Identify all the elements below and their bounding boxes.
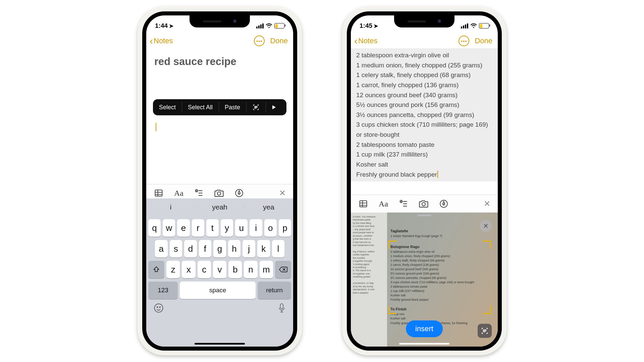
key-b[interactable]: b	[228, 261, 242, 278]
scanned-line: 3 cups chicken stock (710 milliliters; p…	[390, 280, 490, 285]
ingredient-line: 1 cup milk (237 milliliters)	[356, 149, 492, 160]
cellular-signal-icon	[256, 23, 264, 28]
tagliatelle-subtext: 1 recipe Standard Egg Dough (page 7)	[390, 234, 490, 238]
svg-rect-7	[280, 304, 283, 309]
suggestion-3[interactable]: yea	[244, 203, 293, 211]
dismiss-toolbar-icon[interactable]: ✕	[484, 199, 490, 208]
to-finish-heading: To Finish	[390, 307, 490, 312]
scanned-line: ½ cup uns	[390, 312, 490, 316]
key-m[interactable]: m	[260, 261, 273, 278]
backspace-key[interactable]	[275, 261, 291, 278]
home-indicator[interactable]	[195, 343, 245, 345]
key-e[interactable]: e	[177, 219, 190, 237]
ingredient-line: 12 ounces ground beef (340 grams)	[356, 90, 492, 100]
shift-key[interactable]	[148, 261, 164, 278]
key-k[interactable]: k	[257, 240, 270, 257]
dismiss-toolbar-icon[interactable]: ✕	[279, 188, 286, 198]
suggestion-2[interactable]: yeah	[195, 203, 244, 211]
suggestion-1[interactable]: i	[146, 203, 195, 211]
key-l[interactable]: l	[272, 240, 285, 257]
key-p[interactable]: p	[279, 219, 291, 237]
text-edit-menu: Select Select All Paste	[153, 99, 286, 115]
more-options-button[interactable]: •••	[254, 36, 265, 46]
ingredient-line: 1 medium onion, finely chopped (255 gram…	[356, 60, 492, 70]
text-format-icon[interactable]: Aa	[174, 188, 184, 198]
svg-rect-0	[155, 190, 162, 196]
back-button[interactable]: ‹ Notes	[150, 36, 173, 46]
key-r[interactable]: r	[192, 219, 204, 237]
scanned-line: Kosher salt	[390, 316, 490, 321]
ingredient-line: 2 tablespoons tomato paste	[356, 140, 492, 150]
menu-scan-text-icon[interactable]	[246, 99, 266, 115]
table-icon[interactable]	[154, 188, 164, 198]
done-button[interactable]: Done	[475, 37, 492, 45]
ingredient-line: 3 cups chicken stock (710 milliliters; p…	[356, 120, 492, 139]
table-icon[interactable]	[358, 199, 368, 209]
key-q[interactable]: q	[148, 219, 161, 237]
insert-button[interactable]: insert	[406, 320, 443, 337]
space-key[interactable]: space	[180, 282, 256, 299]
camera-icon[interactable]	[419, 199, 429, 209]
key-v[interactable]: v	[213, 261, 226, 278]
checklist-icon[interactable]	[194, 188, 204, 198]
sheet-grabber[interactable]	[417, 215, 431, 216]
key-h[interactable]: h	[228, 240, 241, 257]
keyboard-suggestion-bar: i yeah yea	[146, 198, 293, 216]
text-cursor	[156, 123, 156, 131]
key-s[interactable]: s	[170, 240, 182, 257]
crop-corner-icon	[388, 241, 397, 249]
svg-point-4	[155, 304, 163, 312]
tagliatelle-heading: Tagliatelle	[390, 229, 490, 234]
home-indicator[interactable]	[399, 343, 449, 345]
key-o[interactable]: o	[264, 219, 277, 237]
notch	[394, 15, 454, 27]
crop-corner-icon	[483, 306, 491, 314]
note-title[interactable]: red sauce recipe	[146, 50, 293, 68]
markup-icon[interactable]	[439, 199, 449, 209]
key-j[interactable]: j	[243, 240, 255, 257]
key-u[interactable]: u	[235, 219, 248, 237]
key-g[interactable]: g	[213, 240, 226, 257]
text-cursor	[437, 171, 438, 178]
menu-paste[interactable]: Paste	[219, 99, 246, 115]
checklist-icon[interactable]	[398, 199, 409, 209]
emoji-key-icon[interactable]	[154, 303, 164, 313]
menu-select[interactable]: Select	[153, 99, 182, 115]
live-text-toggle-icon[interactable]	[478, 324, 492, 338]
cellular-signal-icon	[461, 23, 468, 28]
done-button[interactable]: Done	[270, 37, 288, 45]
back-button[interactable]: ‹ Notes	[354, 36, 377, 46]
scanned-line: 2 tablespoons tomato paste	[390, 285, 490, 289]
camera-icon[interactable]	[214, 188, 224, 198]
chevron-left-icon: ‹	[354, 36, 358, 46]
scanned-line: 1 celery stalk, finely chopped (68 grams…	[390, 258, 490, 263]
key-t[interactable]: t	[206, 219, 219, 237]
key-y[interactable]: y	[221, 219, 233, 237]
scanned-line: 1 cup milk (237 milliliters)	[390, 289, 490, 293]
text-format-icon[interactable]: Aa	[378, 199, 388, 209]
iphone-right: 1:45 ➤ ‹ Notes ••• Done	[342, 7, 506, 355]
key-a[interactable]: a	[155, 240, 168, 257]
svg-point-6	[160, 307, 161, 308]
chevron-left-icon: ‹	[150, 36, 153, 46]
more-options-button[interactable]: •••	[459, 36, 469, 46]
status-time: 1:45	[360, 22, 372, 29]
scanned-line: 3½ ounces pancetta, chopped (99 grams)	[390, 276, 490, 280]
key-w[interactable]: w	[163, 219, 175, 237]
key-n[interactable]: n	[244, 261, 257, 278]
note-body[interactable]: 2 tablespoon extra-virgin olive oil1 med…	[351, 48, 498, 181]
menu-select-all[interactable]: Select All	[182, 99, 219, 115]
dictation-key-icon[interactable]	[278, 303, 286, 313]
numbers-key[interactable]: 123	[148, 282, 178, 299]
key-i[interactable]: i	[250, 219, 262, 237]
scanned-line: 5½ ounces ground pork (156 grams)	[390, 272, 490, 276]
key-d[interactable]: d	[184, 240, 197, 257]
markup-icon[interactable]	[234, 188, 244, 198]
key-c[interactable]: c	[198, 261, 211, 278]
key-f[interactable]: f	[199, 240, 212, 257]
menu-next-arrow-icon[interactable]	[266, 99, 282, 115]
return-key[interactable]: return	[258, 282, 291, 299]
key-x[interactable]: x	[182, 261, 195, 278]
iphone-left: 1:44 ➤ ‹ Notes •••	[138, 7, 302, 355]
key-z[interactable]: z	[166, 261, 180, 278]
